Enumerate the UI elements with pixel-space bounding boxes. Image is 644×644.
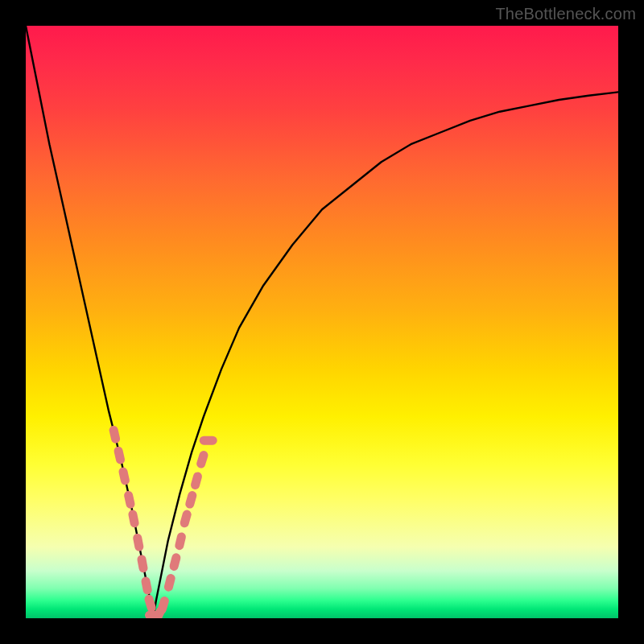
curve-marker <box>123 490 135 510</box>
marker-layer <box>109 425 217 618</box>
curve-marker <box>141 576 153 596</box>
curve-marker <box>174 531 187 551</box>
curve-marker <box>196 450 209 469</box>
curve-layer <box>26 26 618 618</box>
bottleneck-curve-path <box>26 26 618 618</box>
curve-marker <box>190 471 203 490</box>
curve-marker <box>118 466 130 485</box>
curve-marker <box>113 446 126 465</box>
curve-marker <box>109 425 122 444</box>
curve-marker <box>163 573 176 592</box>
chart-svg <box>26 26 618 618</box>
curve-marker <box>137 554 149 573</box>
watermark-text: TheBottleneck.com <box>495 5 636 23</box>
curve-marker <box>132 533 144 552</box>
plot-area <box>26 26 618 618</box>
curve-marker <box>156 596 170 615</box>
curve-marker <box>168 552 181 572</box>
chart-frame: TheBottleneck.com <box>0 0 644 644</box>
curve-marker <box>200 436 217 445</box>
curve-marker <box>179 509 192 528</box>
curve-marker <box>184 490 198 510</box>
curve-marker <box>127 510 139 529</box>
